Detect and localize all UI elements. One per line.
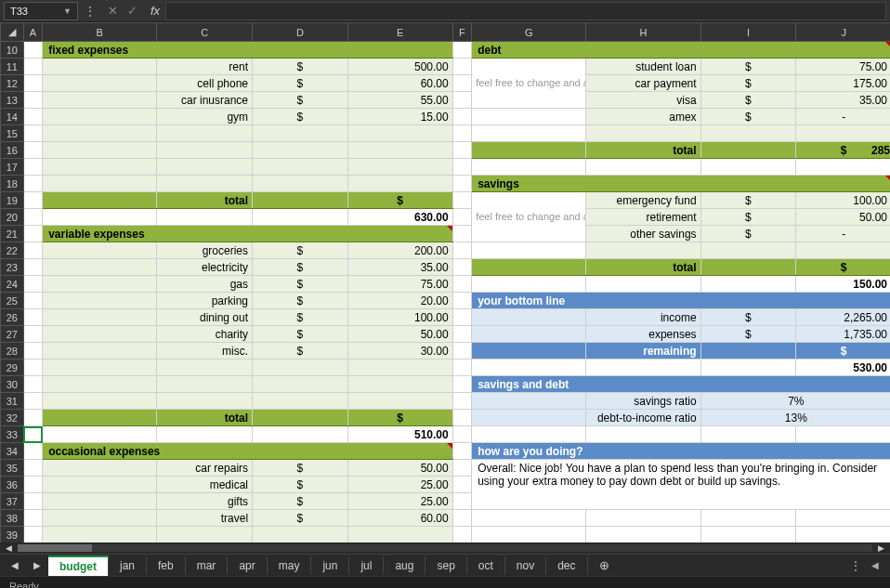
cell[interactable]: $ — [700, 209, 796, 226]
cell[interactable]: 75.00 — [347, 276, 452, 293]
cell[interactable]: 55.00 — [347, 92, 452, 109]
cell[interactable]: total — [157, 410, 253, 426]
cell[interactable]: cell phone — [157, 75, 253, 92]
cell[interactable]: parking — [157, 293, 253, 309]
cell[interactable]: dining out — [157, 309, 253, 326]
cell[interactable]: 75.00 — [796, 59, 890, 75]
scroll-left-icon[interactable]: ◀ — [0, 543, 18, 553]
formula-input[interactable] — [165, 2, 886, 20]
sheet-tab[interactable]: sep — [425, 556, 466, 575]
col-header[interactable]: C — [157, 23, 253, 42]
cell[interactable]: visa — [586, 92, 700, 109]
cell[interactable]: $ — [700, 75, 796, 92]
row-header[interactable]: 24 — [1, 276, 24, 293]
cell[interactable]: retirement — [586, 209, 700, 226]
cell[interactable]: total — [157, 192, 253, 209]
cell[interactable]: 60.00 — [347, 510, 452, 527]
row-header[interactable]: 19 — [1, 192, 24, 209]
cell[interactable]: $ — [253, 59, 348, 75]
cell[interactable]: $ — [253, 493, 348, 510]
cell[interactable]: travel — [157, 510, 253, 527]
sheet-tab[interactable]: mar — [186, 556, 229, 575]
row-header[interactable]: 35 — [1, 460, 24, 477]
row-header[interactable]: 18 — [1, 176, 24, 192]
cell[interactable]: 25.00 — [347, 477, 452, 493]
section-header-ratios[interactable]: savings and debt — [472, 376, 890, 393]
cell[interactable]: 2,265.00 — [796, 309, 890, 326]
cell[interactable]: 500.00 — [347, 59, 452, 75]
section-header-variable[interactable]: variable expenses — [43, 226, 452, 242]
cell[interactable]: misc. — [157, 343, 253, 359]
scroll-track[interactable] — [18, 544, 872, 552]
cell[interactable]: student loan — [586, 59, 700, 75]
row-header[interactable]: 32 — [1, 410, 24, 426]
cell[interactable]: total — [586, 259, 700, 276]
cell[interactable]: 200.00 — [347, 242, 452, 259]
col-header[interactable]: J — [796, 23, 890, 42]
cell[interactable]: $ — [253, 75, 348, 92]
sheet-tab[interactable]: aug — [384, 556, 425, 575]
sheet-tab[interactable]: oct — [467, 556, 505, 575]
cell[interactable]: $ — [347, 192, 452, 209]
cell[interactable]: $ — [700, 92, 796, 109]
cell[interactable]: 25.00 — [347, 493, 452, 510]
cell[interactable]: 50.00 — [347, 326, 452, 343]
cell[interactable]: car payment — [586, 75, 700, 92]
sheet-tab[interactable]: jan — [109, 556, 147, 575]
row-header[interactable]: 29 — [1, 359, 24, 376]
cell[interactable]: $ — [700, 109, 796, 125]
col-header[interactable]: B — [43, 23, 157, 42]
row-header[interactable]: 39 — [1, 527, 24, 543]
cell[interactable]: 1,735.00 — [796, 326, 890, 343]
cell[interactable]: electricity — [157, 259, 253, 276]
row-header[interactable]: 27 — [1, 326, 24, 343]
row-header[interactable]: 33 — [1, 426, 24, 443]
cell[interactable]: - — [796, 226, 890, 242]
cell[interactable]: $ — [253, 460, 348, 477]
cell[interactable]: $ — [700, 309, 796, 326]
section-header-savings[interactable]: savings — [472, 176, 890, 192]
cell[interactable]: $ — [253, 293, 348, 309]
section-header-how[interactable]: how are you doing? — [472, 443, 890, 460]
cell[interactable]: - — [796, 109, 890, 125]
cell[interactable]: 630.00 — [347, 209, 452, 226]
row-header[interactable]: 28 — [1, 343, 24, 359]
row-header[interactable]: 16 — [1, 142, 24, 159]
scroll-thumb[interactable] — [18, 544, 92, 552]
scroll-left-icon[interactable]: ◀ — [871, 560, 879, 570]
cell[interactable]: Overall: Nice job! You have a plan to sp… — [472, 460, 890, 510]
cell[interactable]: $ — [253, 242, 348, 259]
cell[interactable]: $ — [700, 59, 796, 75]
cell[interactable]: $ — [700, 326, 796, 343]
more-icon[interactable]: ⋮ — [84, 4, 97, 19]
cell[interactable]: $ — [253, 259, 348, 276]
cell[interactable]: total — [586, 142, 700, 159]
cell[interactable]: $ — [253, 276, 348, 293]
row-header[interactable]: 30 — [1, 376, 24, 393]
row-header[interactable]: 12 — [1, 75, 24, 92]
section-header-debt[interactable]: debt — [472, 42, 890, 59]
section-header-bottom[interactable]: your bottom line — [472, 293, 890, 309]
cell[interactable]: 35.00 — [796, 92, 890, 109]
cell[interactable]: 35.00 — [347, 259, 452, 276]
cell[interactable]: 175.00 — [796, 75, 890, 92]
cell[interactable]: gym — [157, 109, 253, 125]
cell[interactable]: 15.00 — [347, 109, 452, 125]
row-header[interactable]: 23 — [1, 259, 24, 276]
cell[interactable]: $ — [253, 477, 348, 493]
sheet-tab[interactable]: budget — [48, 555, 109, 576]
cell[interactable]: $ — [253, 510, 348, 527]
sheet-tab[interactable]: feb — [147, 556, 186, 575]
cell[interactable]: gifts — [157, 493, 253, 510]
col-header[interactable]: G — [472, 23, 586, 42]
cell[interactable]: gas — [157, 276, 253, 293]
row-header[interactable]: 34 — [1, 443, 24, 460]
cell[interactable]: income — [586, 309, 700, 326]
col-header[interactable]: E — [347, 23, 452, 42]
select-all-corner[interactable]: ◢ — [1, 23, 24, 42]
tab-next-icon[interactable]: ▶ — [26, 560, 48, 570]
add-sheet-button[interactable]: ⊕ — [588, 558, 621, 572]
cell[interactable]: charity — [157, 326, 253, 343]
cell[interactable]: emergency fund — [586, 192, 700, 209]
cell[interactable]: amex — [586, 109, 700, 125]
